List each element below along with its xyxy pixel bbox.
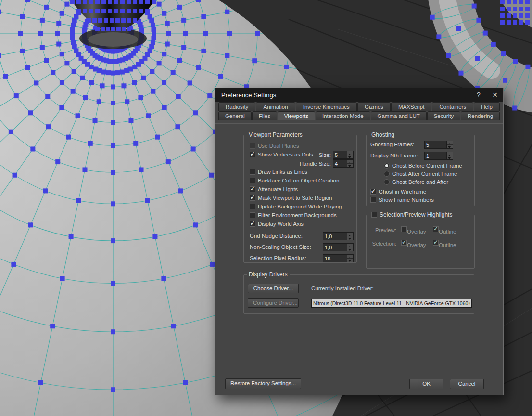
group-title-with-checkbox[interactable]: Selection/Preview Highlights: [369, 211, 454, 218]
size-label: Size:: [318, 152, 331, 158]
display-world-axis-row[interactable]: Display World Axis: [244, 220, 356, 228]
spinner-down-arrow[interactable]: [347, 236, 353, 240]
preview-overlay-checkbox[interactable]: [401, 226, 407, 232]
spinner-value[interactable]: 5: [333, 151, 347, 158]
grid-nudge-distance-spinner[interactable]: 1,0: [323, 232, 354, 240]
tab-help[interactable]: Help: [474, 102, 500, 111]
ghosting-frames-spinner[interactable]: 5: [424, 141, 453, 149]
filter-environment-row[interactable]: Filter Environment Backgrounds: [244, 211, 356, 220]
use-dual-planes-checkbox[interactable]: [250, 143, 255, 149]
spinner-up-arrow[interactable]: [447, 152, 453, 156]
display-world-axis-checkbox[interactable]: [250, 221, 255, 227]
close-icon[interactable]: ✕: [487, 89, 503, 101]
show-vertices-as-dots-checkbox[interactable]: [250, 152, 255, 157]
ghosting-group: Ghosting Ghosting Frames: 5 Display Nth …: [366, 135, 475, 206]
spinner-value[interactable]: 5: [425, 141, 446, 148]
tab-gizmos[interactable]: Gizmos: [357, 102, 391, 111]
display-nth-frame-row: Display Nth Frame: 1: [367, 150, 474, 161]
selection-overlay-checkbox[interactable]: [401, 240, 407, 246]
draw-links-as-lines-checkbox[interactable]: [250, 169, 255, 175]
spinner-value[interactable]: 1,0: [323, 244, 347, 251]
selection-pixel-radius-spinner[interactable]: 16: [323, 254, 354, 262]
checkbox-label: Filter Environment Backgrounds: [258, 212, 337, 218]
backface-cull-row[interactable]: Backface Cull on Object Creation: [244, 176, 356, 185]
spinner-down-arrow[interactable]: [347, 247, 353, 251]
ok-button[interactable]: OK: [409, 379, 443, 389]
tab-radiosity[interactable]: Radiosity: [218, 102, 255, 111]
tab-security[interactable]: Security: [427, 111, 460, 120]
spinner-label: Grid Nudge Distance:: [250, 233, 303, 239]
tab-rendering[interactable]: Rendering: [461, 111, 500, 120]
tab-strip: Radiosity Animation Inverse Kinematics G…: [215, 102, 503, 120]
restore-factory-settings-button[interactable]: Restore Factory Settings...: [225, 378, 301, 389]
tab-animation[interactable]: Animation: [256, 102, 295, 111]
spinner-up-arrow[interactable]: [347, 233, 353, 236]
ghost-before-current-frame-row[interactable]: Ghost Before Current Frame: [367, 161, 474, 169]
spinner-up-arrow[interactable]: [347, 160, 353, 163]
spinner-value[interactable]: 16: [323, 255, 347, 262]
spinner-down-arrow[interactable]: [347, 163, 353, 167]
handle-size-row: Handle Size: 4: [244, 159, 356, 168]
spinner-label: Non-Scaling Object Size:: [250, 244, 311, 250]
ghost-before-and-after-row[interactable]: Ghost Before and After: [367, 178, 474, 186]
tab-interaction-mode[interactable]: Interaction Mode: [316, 111, 370, 120]
spinner-up-arrow[interactable]: [347, 244, 353, 247]
selection-row: Selection: Overlay Outline: [367, 238, 474, 248]
spinner-up-arrow[interactable]: [347, 151, 353, 155]
ghost-before-current-frame-radio[interactable]: [384, 163, 390, 169]
spinner-value[interactable]: 1,0: [323, 233, 347, 240]
update-background-row[interactable]: Update Background While Playing: [244, 202, 356, 211]
configure-driver-button[interactable]: Configure Driver...: [248, 298, 299, 308]
installed-driver-field[interactable]: [311, 299, 472, 308]
spinner-up-arrow[interactable]: [447, 141, 453, 144]
spinner-down-arrow[interactable]: [447, 144, 453, 148]
selection-outline-checkbox[interactable]: [433, 240, 439, 246]
checkbox-label: Attenuate Lights: [258, 186, 298, 192]
spinner-down-arrow[interactable]: [347, 155, 353, 158]
tab-maxscript[interactable]: MAXScript: [391, 102, 431, 111]
tab-files[interactable]: Files: [252, 111, 277, 120]
ghost-after-current-frame-row[interactable]: Ghost After Current Frame: [367, 169, 474, 178]
spinner-up-arrow[interactable]: [347, 255, 353, 258]
spinner-value[interactable]: 1: [425, 152, 446, 159]
selection-preview-highlights-checkbox[interactable]: [371, 212, 377, 218]
tab-gamma-and-lut[interactable]: Gamma and LUT: [371, 111, 427, 120]
dialog-titlebar[interactable]: Preference Settings ? ✕: [215, 88, 503, 102]
cancel-button[interactable]: Cancel: [450, 379, 484, 389]
ghost-in-wireframe-checkbox[interactable]: [370, 189, 376, 195]
ghosting-frames-row: Ghosting Frames: 5: [367, 139, 474, 150]
radio-label: Ghost Before and After: [392, 179, 448, 185]
use-dual-planes-row[interactable]: Use Dual Planes: [244, 142, 356, 150]
show-frame-numbers-checkbox[interactable]: [370, 197, 376, 203]
non-scaling-object-size-spinner[interactable]: 1,0: [323, 243, 354, 251]
spinner-label: Display Nth Frame:: [370, 153, 418, 158]
vertex-size-spinner[interactable]: 5: [333, 151, 354, 159]
tab-inverse-kinematics[interactable]: Inverse Kinematics: [296, 102, 357, 111]
preview-outline-checkbox[interactable]: [433, 226, 439, 232]
tab-viewports[interactable]: Viewports: [278, 111, 315, 120]
update-background-checkbox[interactable]: [250, 204, 255, 209]
spinner-value[interactable]: 4: [333, 160, 347, 167]
mask-viewport-checkbox[interactable]: [250, 195, 255, 201]
draw-links-as-lines-row[interactable]: Draw Links as Lines: [244, 168, 356, 176]
attenuate-lights-row[interactable]: Attenuate Lights: [244, 185, 356, 194]
backface-cull-checkbox[interactable]: [250, 178, 255, 183]
filter-environment-checkbox[interactable]: [250, 212, 255, 218]
handle-size-spinner[interactable]: 4: [333, 159, 354, 168]
tab-row-2: General Files Viewports Interaction Mode…: [215, 111, 503, 120]
ghost-after-current-frame-radio[interactable]: [384, 171, 390, 177]
display-drivers-group: Display Drivers Choose Driver... Configu…: [243, 274, 474, 314]
choose-driver-button[interactable]: Choose Driver...: [248, 284, 299, 293]
ghost-in-wireframe-row[interactable]: Ghost in Wireframe: [367, 187, 474, 195]
tab-containers[interactable]: Containers: [432, 102, 473, 111]
help-icon[interactable]: ?: [470, 89, 487, 101]
attenuate-lights-checkbox[interactable]: [250, 186, 255, 192]
display-nth-frame-spinner[interactable]: 1: [424, 152, 453, 160]
ghost-before-and-after-radio[interactable]: [384, 179, 390, 185]
spinner-down-arrow[interactable]: [347, 258, 353, 262]
show-vertices-as-dots-row[interactable]: Show Vertices as Dots Size: 5: [244, 150, 356, 159]
tab-general[interactable]: General: [218, 111, 252, 120]
mask-viewport-row[interactable]: Mask Viewport to Safe Region: [244, 194, 356, 202]
show-frame-numbers-row[interactable]: Show Frame Numbers: [367, 195, 474, 204]
spinner-down-arrow[interactable]: [447, 156, 453, 159]
